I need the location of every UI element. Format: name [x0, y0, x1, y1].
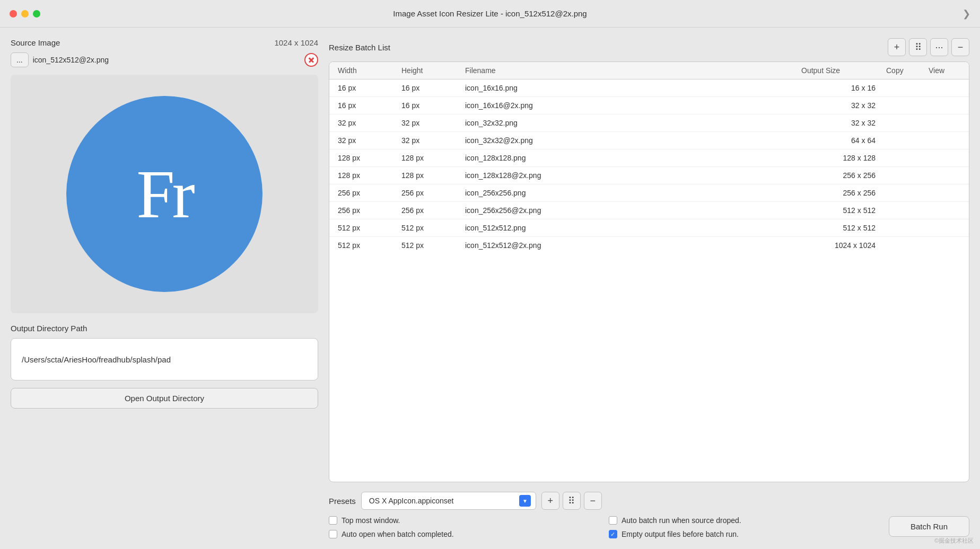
cell-filename: icon_128x128.png [465, 154, 801, 162]
more-resize-button[interactable]: ··· [930, 38, 948, 56]
output-dir-section: Output Directory Path /Users/scta/AriesH… [11, 324, 318, 409]
presets-remove-button[interactable]: − [584, 492, 602, 510]
table-row[interactable]: 32 px 32 px icon_32x32.png 32 x 32 [329, 114, 969, 132]
cell-height: 32 px [401, 119, 465, 127]
file-name-display: icon_512x512@2x.png [33, 56, 318, 64]
cell-output-size: 256 x 256 [801, 171, 886, 180]
cell-output-size: 128 x 128 [801, 154, 886, 162]
window-controls [10, 10, 40, 17]
cell-height: 256 px [401, 206, 465, 215]
presets-toolbar: + ⠿ − [541, 492, 602, 510]
clear-button[interactable] [304, 53, 318, 67]
watermark: ©掘金技术社区 [934, 537, 974, 545]
option-auto-open: Auto open when batch completed. [329, 530, 598, 538]
presets-select-wrapper: OS X AppIcon.appiconset [361, 492, 536, 510]
image-preview: Fr [11, 75, 318, 313]
cell-filename: icon_16x16.png [465, 84, 801, 92]
cell-width: 512 px [338, 241, 401, 250]
table-header: Width Height Filename Output Size Copy V… [329, 62, 969, 79]
cell-filename: icon_512x512@2x.png [465, 241, 801, 250]
cell-height: 16 px [401, 101, 465, 110]
image-dimensions: 1024 x 1024 [274, 38, 318, 47]
resize-table-container: Width Height Filename Output Size Copy V… [329, 61, 969, 482]
cell-filename: icon_16x16@2x.png [465, 101, 801, 110]
header-height: Height [401, 66, 465, 75]
label-auto-open: Auto open when batch completed. [342, 530, 454, 538]
table-row[interactable]: 16 px 16 px icon_16x16.png 16 x 16 [329, 79, 969, 97]
source-image-header: Source Image 1024 x 1024 [11, 38, 318, 47]
add-resize-button[interactable]: + [888, 38, 906, 56]
options-area: Top most window. Auto batch run when sou… [329, 516, 878, 538]
cell-filename: icon_256x256@2x.png [465, 206, 801, 215]
table-row[interactable]: 512 px 512 px icon_512x512.png 512 x 512 [329, 219, 969, 237]
cell-filename: icon_256x256.png [465, 189, 801, 197]
checkbox-auto-batch[interactable] [609, 516, 617, 525]
table-row[interactable]: 16 px 16 px icon_16x16@2x.png 32 x 32 [329, 97, 969, 114]
cell-filename: icon_32x32.png [465, 119, 801, 127]
grid-resize-button[interactable]: ⠿ [909, 38, 927, 56]
table-body: 16 px 16 px icon_16x16.png 16 x 16 16 px… [329, 79, 969, 254]
chevron-icon[interactable]: ❯ [962, 8, 970, 20]
presets-grid-button[interactable]: ⠿ [563, 492, 581, 510]
cell-width: 32 px [338, 136, 401, 145]
option-empty-output: Empty output files before batch run. [609, 530, 878, 538]
cell-width: 128 px [338, 171, 401, 180]
preview-circle: Fr [66, 96, 262, 292]
close-button[interactable] [10, 10, 17, 17]
batch-run-button[interactable]: Batch Run [889, 516, 969, 537]
cell-height: 512 px [401, 224, 465, 232]
cell-output-size: 512 x 512 [801, 206, 886, 215]
presets-row: Presets OS X AppIcon.appiconset + ⠿ − [329, 492, 969, 510]
table-row[interactable]: 32 px 32 px icon_32x32@2x.png 64 x 64 [329, 132, 969, 149]
cell-output-size: 256 x 256 [801, 189, 886, 197]
presets-add-button[interactable]: + [541, 492, 559, 510]
table-row[interactable]: 256 px 256 px icon_256x256.png 256 x 256 [329, 184, 969, 202]
cell-output-size: 32 x 32 [801, 119, 886, 127]
file-picker-button[interactable]: ... [11, 52, 29, 67]
maximize-button[interactable] [33, 10, 40, 17]
header-output-size: Output Size [801, 66, 886, 75]
cell-output-size: 512 x 512 [801, 224, 886, 232]
checkbox-top-most[interactable] [329, 516, 337, 525]
cell-width: 256 px [338, 206, 401, 215]
main-content: Source Image 1024 x 1024 ... icon_512x51… [0, 28, 980, 549]
header-copy: Copy [886, 66, 929, 75]
cell-height: 128 px [401, 154, 465, 162]
resize-toolbar: + ⠿ ··· − [888, 38, 969, 56]
output-dir-path: /Users/scta/AriesHoo/freadhub/splash/pad [22, 355, 171, 364]
file-picker-row: ... icon_512x512@2x.png [11, 52, 318, 67]
cell-width: 256 px [338, 189, 401, 197]
remove-resize-button[interactable]: − [951, 38, 969, 56]
resize-list-header: Resize Batch List + ⠿ ··· − [329, 38, 969, 56]
checkbox-auto-open[interactable] [329, 530, 337, 538]
label-auto-batch: Auto batch run when source droped. [622, 516, 741, 525]
cell-height: 32 px [401, 136, 465, 145]
cell-height: 512 px [401, 241, 465, 250]
cell-width: 16 px [338, 101, 401, 110]
option-top-most-window: Top most window. [329, 516, 598, 525]
table-row[interactable]: 128 px 128 px icon_128x128@2x.png 256 x … [329, 167, 969, 184]
open-output-button[interactable]: Open Output Directory [11, 388, 318, 409]
label-top-most: Top most window. [342, 516, 400, 525]
minimize-button[interactable] [21, 10, 29, 17]
cell-height: 256 px [401, 189, 465, 197]
checkbox-empty-output[interactable] [609, 530, 617, 538]
left-panel: Source Image 1024 x 1024 ... icon_512x51… [11, 38, 318, 538]
cell-output-size: 16 x 16 [801, 84, 886, 92]
presets-label: Presets [329, 497, 356, 506]
table-row[interactable]: 256 px 256 px icon_256x256@2x.png 512 x … [329, 202, 969, 219]
source-image-label: Source Image [11, 38, 60, 47]
presets-select[interactable]: OS X AppIcon.appiconset [361, 492, 536, 510]
cell-width: 16 px [338, 84, 401, 92]
table-row[interactable]: 128 px 128 px icon_128x128.png 128 x 128 [329, 149, 969, 167]
cell-width: 32 px [338, 119, 401, 127]
cell-filename: icon_512x512.png [465, 224, 801, 232]
cell-output-size: 32 x 32 [801, 101, 886, 110]
preview-text: Fr [136, 154, 192, 234]
output-dir-box: /Users/scta/AriesHoo/freadhub/splash/pad [11, 338, 318, 380]
output-dir-label: Output Directory Path [11, 324, 318, 333]
options-grid: Top most window. Auto batch run when sou… [329, 516, 878, 538]
table-row[interactable]: 512 px 512 px icon_512x512@2x.png 1024 x… [329, 237, 969, 254]
header-view: View [929, 66, 960, 75]
resize-list-label: Resize Batch List [329, 43, 390, 52]
